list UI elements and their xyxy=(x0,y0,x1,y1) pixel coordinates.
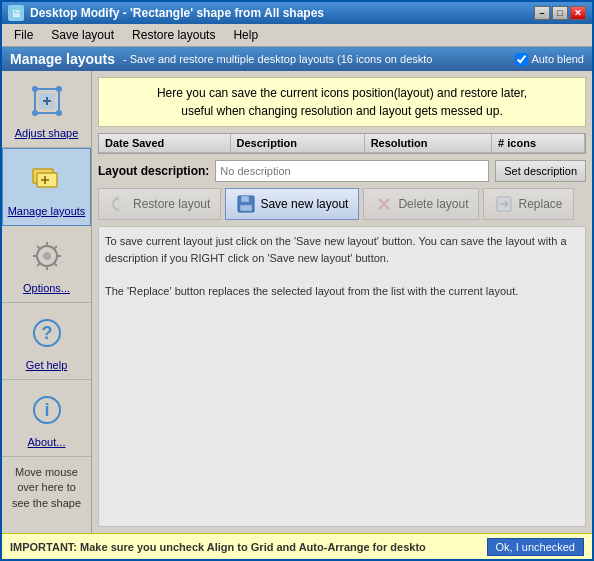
menu-file[interactable]: File xyxy=(6,26,41,44)
sidebar-item-manage[interactable]: Manage layouts xyxy=(2,148,91,226)
svg-point-3 xyxy=(56,86,62,92)
options-label[interactable]: Options... xyxy=(23,282,70,294)
restore-layout-button[interactable]: Restore layout xyxy=(98,188,221,220)
help-icon: ? xyxy=(25,311,69,355)
replace-button[interactable]: Replace xyxy=(483,188,573,220)
menu-bar: File Save layout Restore layouts Help xyxy=(2,24,592,47)
info-line2: useful when changing resolution and layo… xyxy=(109,102,575,120)
layout-desc-input[interactable] xyxy=(215,160,489,182)
title-controls: – □ ✕ xyxy=(534,6,586,20)
replace-label: Replace xyxy=(518,197,562,211)
sidebar-item-options[interactable]: Options... xyxy=(2,226,91,303)
restore-icon xyxy=(109,194,129,214)
auto-blend-checkbox[interactable] xyxy=(515,53,528,66)
layout-desc-label: Layout description: xyxy=(98,164,209,178)
save-label: Save new layout xyxy=(260,197,348,211)
sidebar-item-about[interactable]: i About... xyxy=(2,380,91,457)
title-bar: 🖥 Desktop Modify - 'Rectangle' shape fro… xyxy=(2,2,592,24)
col-resolution: Resolution xyxy=(364,134,491,153)
help-line1: To save current layout just click on the… xyxy=(105,233,579,266)
sidebar-item-help[interactable]: ? Get help xyxy=(2,303,91,380)
bottom-bar: IMPORTANT: Make sure you uncheck Align t… xyxy=(2,533,592,559)
svg-text:?: ? xyxy=(41,323,52,343)
layout-description-row: Layout description: Set description xyxy=(98,160,586,182)
auto-blend-container: Auto blend xyxy=(515,53,584,66)
manage-icon xyxy=(25,157,69,201)
adjust-icon xyxy=(25,79,69,123)
svg-rect-16 xyxy=(241,196,249,202)
about-label[interactable]: About... xyxy=(28,436,66,448)
help-line2: The 'Replace' button replaces the select… xyxy=(105,283,579,300)
svg-point-5 xyxy=(56,110,62,116)
adjust-label[interactable]: Adjust shape xyxy=(15,127,79,139)
menu-save-layout[interactable]: Save layout xyxy=(43,26,122,44)
restore-label: Restore layout xyxy=(133,197,210,211)
auto-blend-label: Auto blend xyxy=(531,53,584,65)
layouts-table: Date Saved Description Resolution # icon… xyxy=(99,134,585,153)
menu-restore-layouts[interactable]: Restore layouts xyxy=(124,26,223,44)
ok-unchecked-button[interactable]: Ok, I unchecked xyxy=(487,538,585,556)
save-new-layout-button[interactable]: Save new layout xyxy=(225,188,359,220)
maximize-button[interactable]: □ xyxy=(552,6,568,20)
sidebar: Adjust shape Manage layouts xyxy=(2,71,92,533)
svg-point-9 xyxy=(43,252,51,260)
window-title: Desktop Modify - 'Rectangle' shape from … xyxy=(30,6,324,20)
close-button[interactable]: ✕ xyxy=(570,6,586,20)
svg-point-4 xyxy=(32,110,38,116)
layouts-table-container: Date Saved Description Resolution # icon… xyxy=(98,133,586,154)
delete-label: Delete layout xyxy=(398,197,468,211)
about-icon: i xyxy=(25,388,69,432)
set-description-button[interactable]: Set description xyxy=(495,160,586,182)
main-window: 🖥 Desktop Modify - 'Rectangle' shape fro… xyxy=(0,0,594,561)
page-header: Manage layouts - Save and restore multip… xyxy=(2,47,592,71)
info-line1: Here you can save the current icons posi… xyxy=(109,84,575,102)
mouse-hint-text: Move mouse over here to see the shape xyxy=(2,457,91,519)
help-label[interactable]: Get help xyxy=(26,359,68,371)
important-text: IMPORTANT: Make sure you uncheck Align t… xyxy=(10,541,487,553)
page-title: Manage layouts xyxy=(10,51,115,67)
svg-text:i: i xyxy=(44,400,49,420)
info-box: Here you can save the current icons posi… xyxy=(98,77,586,127)
save-icon xyxy=(236,194,256,214)
content-area: Here you can save the current icons posi… xyxy=(92,71,592,533)
delete-icon xyxy=(374,194,394,214)
page-description: - Save and restore multiple desktop layo… xyxy=(123,53,507,65)
svg-point-2 xyxy=(32,86,38,92)
app-icon: 🖥 xyxy=(8,5,24,21)
main-area: Adjust shape Manage layouts xyxy=(2,71,592,533)
svg-rect-17 xyxy=(240,205,252,211)
sidebar-item-adjust[interactable]: Adjust shape xyxy=(2,71,91,148)
manage-label[interactable]: Manage layouts xyxy=(8,205,86,217)
help-text-box: To save current layout just click on the… xyxy=(98,226,586,527)
replace-icon xyxy=(494,194,514,214)
col-date: Date Saved xyxy=(99,134,230,153)
options-icon xyxy=(25,234,69,278)
action-buttons: Restore layout Save new layout xyxy=(98,188,586,220)
minimize-button[interactable]: – xyxy=(534,6,550,20)
menu-help[interactable]: Help xyxy=(225,26,266,44)
col-icons: # icons xyxy=(492,134,585,153)
title-bar-left: 🖥 Desktop Modify - 'Rectangle' shape fro… xyxy=(8,5,324,21)
col-description: Description xyxy=(230,134,364,153)
delete-layout-button[interactable]: Delete layout xyxy=(363,188,479,220)
